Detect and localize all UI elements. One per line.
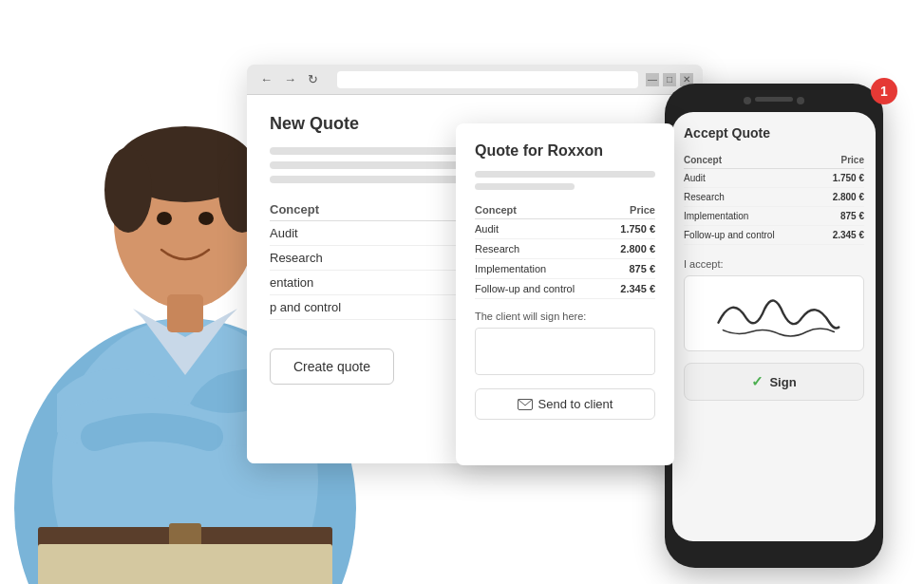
- quote-modal-title: Quote for Roxxon: [475, 142, 655, 160]
- modal-table-concept-cell: Research: [475, 239, 609, 259]
- send-to-client-button[interactable]: Send to client: [475, 388, 655, 420]
- phone-quote-table: Concept Price Audit1.750 €Research2.800 …: [684, 152, 864, 245]
- mobile-phone: Accept Quote Concept Price Audit1.750 €R…: [665, 84, 883, 568]
- phone-table-row: Implementation875 €: [684, 207, 864, 226]
- phone-table-concept-header: Concept: [684, 152, 818, 169]
- browser-address-bar[interactable]: [337, 71, 638, 88]
- modal-line-2: [475, 183, 575, 190]
- phone-table-price-cell: 2.345 €: [818, 226, 864, 245]
- modal-table-price-cell: 2.345 €: [609, 279, 655, 299]
- browser-titlebar: ← → ↻ — □ ✕: [247, 65, 703, 95]
- modal-table-price-cell: 1.750 €: [609, 219, 655, 239]
- modal-line-1: [475, 171, 655, 178]
- i-accept-label: I accept:: [684, 258, 864, 270]
- modal-placeholder-lines: [475, 171, 655, 190]
- phone-dot-left: [744, 97, 751, 104]
- modal-table-concept-cell: Implementation: [475, 259, 609, 279]
- signature-box[interactable]: [684, 275, 864, 351]
- check-icon: ✓: [751, 373, 764, 390]
- phone-speaker: [755, 97, 793, 102]
- modal-table-price-header: Price: [609, 201, 655, 219]
- modal-table-concept-cell: Audit: [475, 219, 609, 239]
- sign-button[interactable]: ✓ Sign: [684, 363, 864, 401]
- browser-refresh-button[interactable]: ↻: [304, 70, 322, 88]
- phone-screen: Accept Quote Concept Price Audit1.750 €R…: [672, 112, 876, 541]
- sign-label: Sign: [769, 375, 796, 389]
- phone-table-row: Research2.800 €: [684, 188, 864, 207]
- svg-point-5: [104, 147, 152, 233]
- send-to-client-label: Send to client: [538, 397, 613, 411]
- phone-table-price-cell: 2.800 €: [818, 188, 864, 207]
- modal-table-concept-cell: Follow-up and control: [475, 279, 609, 299]
- svg-rect-12: [38, 544, 332, 584]
- browser-nav-controls: ← → ↻: [256, 70, 322, 88]
- modal-table-row: Implementation875 €: [475, 259, 655, 279]
- sign-label: The client will sign here:: [475, 311, 655, 322]
- phone-table-concept-cell: Research: [684, 188, 818, 207]
- svg-point-8: [198, 212, 214, 225]
- notification-badge: 1: [871, 78, 897, 104]
- quote-modal: Quote for Roxxon Concept Price Audit1.75…: [456, 123, 674, 465]
- phone-table-price-header: Price: [818, 152, 864, 169]
- svg-rect-9: [167, 294, 203, 332]
- modal-table-row: Research2.800 €: [475, 239, 655, 259]
- browser-back-button[interactable]: ←: [256, 70, 276, 88]
- phone-table-row: Audit1.750 €: [684, 169, 864, 188]
- phone-title: Accept Quote: [684, 125, 864, 141]
- browser-minimize-button[interactable]: —: [646, 73, 659, 86]
- signature-drawing: [685, 276, 863, 350]
- modal-table-price-cell: 875 €: [609, 259, 655, 279]
- create-quote-button[interactable]: Create quote: [270, 349, 394, 385]
- client-sign-box[interactable]: [475, 328, 655, 375]
- phone-table-concept-cell: Audit: [684, 169, 818, 188]
- modal-table-row: Follow-up and control2.345 €: [475, 279, 655, 299]
- modal-table-price-cell: 2.800 €: [609, 239, 655, 259]
- phone-table-price-cell: 875 €: [818, 207, 864, 226]
- modal-quote-table: Concept Price Audit1.750 €Research2.800 …: [475, 201, 655, 299]
- phone-notch: [672, 97, 876, 104]
- phone-table-concept-cell: Implementation: [684, 207, 818, 226]
- phone-table-row: Follow-up and control2.345 €: [684, 226, 864, 245]
- email-icon: [518, 399, 533, 410]
- modal-table-concept-header: Concept: [475, 201, 609, 219]
- content-line-3: [270, 176, 475, 183]
- phone-dot-right: [797, 97, 804, 104]
- phone-table-concept-cell: Follow-up and control: [684, 226, 818, 245]
- modal-table-row: Audit1.750 €: [475, 219, 655, 239]
- browser-forward-button[interactable]: →: [280, 70, 300, 88]
- browser-maximize-button[interactable]: □: [663, 73, 676, 86]
- phone-table-price-cell: 1.750 €: [818, 169, 864, 188]
- svg-point-7: [157, 212, 172, 225]
